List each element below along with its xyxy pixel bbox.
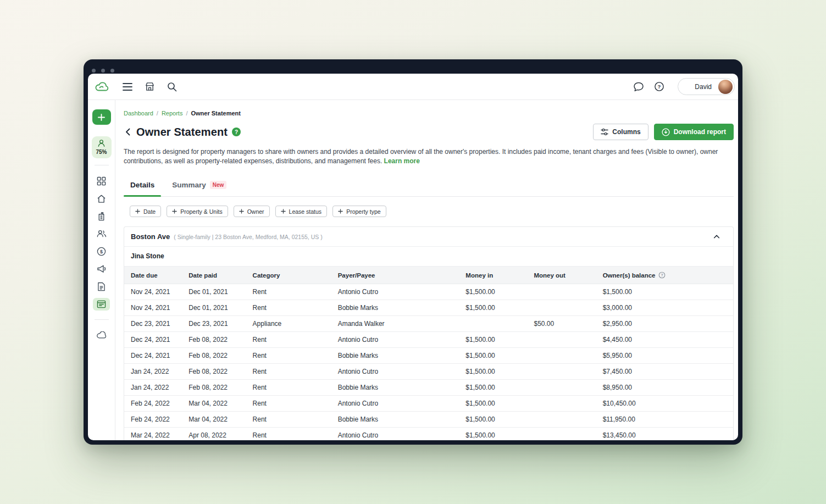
cell-money-in: $1,500.00 <box>459 332 527 348</box>
cell-owners-balance: $13,450.00 <box>596 428 733 441</box>
top-bar: ? David <box>88 74 738 100</box>
topbar-right-actions: ? David <box>633 78 738 95</box>
home-icon <box>97 194 106 203</box>
table-row[interactable]: Dec 23, 2021 Dec 23, 2021 Appliance Aman… <box>124 316 733 332</box>
breadcrumb-dashboard[interactable]: Dashboard <box>124 110 153 117</box>
window-dot[interactable] <box>101 69 105 73</box>
filter-chip[interactable]: Property type <box>332 206 386 217</box>
window-dot[interactable] <box>110 69 114 73</box>
sidebar-item-reports[interactable] <box>88 295 115 313</box>
tab-details-label: Details <box>130 181 154 189</box>
table-row[interactable]: Dec 24, 2021 Feb 08, 2022 Rent Antonio C… <box>124 332 733 348</box>
breadcrumb-current: Owner Statement <box>191 110 240 117</box>
sidebar-item-people[interactable] <box>88 225 115 242</box>
app-logo[interactable] <box>88 81 115 92</box>
filter-chip[interactable]: Owner <box>234 206 270 217</box>
breadcrumb-separator: / <box>157 110 158 117</box>
balance-help-icon[interactable]: ? <box>658 272 666 279</box>
tab-details[interactable]: Details <box>124 176 161 196</box>
col-owners-balance: Owner(s) balance ? <box>596 267 733 284</box>
plus-icon <box>135 209 140 214</box>
sliders-icon <box>601 129 608 135</box>
cell-date-paid: Apr 08, 2022 <box>182 428 246 441</box>
filter-chip-label: Lease status <box>289 208 322 215</box>
chat-bubble-icon[interactable] <box>633 81 644 92</box>
window-controls[interactable] <box>92 69 114 73</box>
topbar-left-actions <box>123 81 177 92</box>
cell-money-out <box>527 284 596 300</box>
col-owners-balance-label: Owner(s) balance <box>603 272 656 279</box>
filter-chip-label: Property type <box>346 208 380 215</box>
svg-text:$: $ <box>100 248 103 254</box>
cell-date-due: Dec 23, 2021 <box>124 316 182 332</box>
sidebar-item-communications[interactable] <box>88 260 115 278</box>
back-chevron-icon[interactable] <box>124 128 132 136</box>
sidebar-item-files[interactable] <box>88 278 115 295</box>
table-row[interactable]: Nov 24, 2021 Dec 01, 2021 Rent Antonio C… <box>124 284 733 300</box>
tab-summary[interactable]: Summary New <box>165 176 233 196</box>
breadcrumb-reports[interactable]: Reports <box>162 110 183 117</box>
owner-name: Jina Stone <box>124 246 733 266</box>
search-icon[interactable] <box>167 82 177 92</box>
page-header: Owner Statement ? Columns <box>124 124 734 140</box>
table-row[interactable]: Nov 24, 2021 Dec 01, 2021 Rent Bobbie Ma… <box>124 300 733 316</box>
filter-chip-row: Date Property & Units <box>130 206 734 217</box>
help-icon[interactable]: ? <box>654 81 664 92</box>
chevron-up-icon[interactable] <box>713 233 727 241</box>
cell-category: Rent <box>246 348 331 364</box>
cell-date-due: Dec 24, 2021 <box>124 332 182 348</box>
filter-chip[interactable]: Date <box>130 206 161 217</box>
add-new-button[interactable] <box>92 109 111 125</box>
col-date-due: Date due <box>124 267 182 284</box>
hamburger-menu-icon[interactable] <box>123 83 132 91</box>
download-report-button[interactable]: Download report <box>654 124 734 140</box>
tab-summary-label: Summary <box>172 181 206 189</box>
table-row[interactable]: Feb 24, 2022 Mar 04, 2022 Rent Bobbie Ma… <box>124 412 733 428</box>
cloud-icon <box>97 331 107 339</box>
sidebar-item-rentals[interactable] <box>88 190 115 207</box>
cell-money-out <box>527 428 596 441</box>
cell-money-in <box>459 316 527 332</box>
table-row[interactable]: Jan 24, 2022 Feb 08, 2022 Rent Antonio C… <box>124 364 733 380</box>
browser-window: ? David 75% <box>84 59 742 445</box>
property-accordion-header[interactable]: Boston Ave ( Single-family | 23 Boston A… <box>124 227 733 246</box>
filter-chip-label: Date <box>143 208 156 215</box>
title-help-icon[interactable]: ? <box>232 128 241 136</box>
learn-more-link[interactable]: Learn more <box>384 157 420 165</box>
plus-icon <box>98 114 105 121</box>
user-menu[interactable]: David <box>678 78 735 95</box>
cell-owners-balance: $11,950.00 <box>596 412 733 428</box>
storefront-icon[interactable] <box>145 81 155 92</box>
window-dot[interactable] <box>92 69 96 73</box>
sidebar-item-associations[interactable] <box>88 207 115 225</box>
col-payer-payee: Payer/Payee <box>331 267 459 284</box>
plus-icon <box>281 209 286 214</box>
cell-date-paid: Feb 08, 2022 <box>182 364 246 380</box>
app-frame: ? David 75% <box>88 74 738 440</box>
download-circle-icon <box>662 128 670 136</box>
cell-category: Rent <box>246 396 331 412</box>
sidebar-item-dashboard[interactable] <box>88 172 115 190</box>
plus-icon <box>172 209 177 214</box>
grid-icon <box>97 176 106 186</box>
cell-date-due: Nov 24, 2021 <box>124 300 182 316</box>
sidebar-item-cloud[interactable] <box>88 326 115 344</box>
filter-chip[interactable]: Lease status <box>275 206 328 217</box>
cell-date-paid: Dec 01, 2021 <box>182 284 246 300</box>
filter-chip-label: Owner <box>247 208 264 215</box>
cell-payer-payee: Bobbie Marks <box>331 348 459 364</box>
occupancy-widget[interactable]: 75% <box>92 136 112 158</box>
cell-date-paid: Feb 08, 2022 <box>182 332 246 348</box>
cell-date-due: Mar 24, 2022 <box>124 428 182 441</box>
filter-chip[interactable]: Property & Units <box>167 206 228 217</box>
table-row[interactable]: Feb 24, 2022 Mar 04, 2022 Rent Antonio C… <box>124 396 733 412</box>
cell-money-in: $1,500.00 <box>459 300 527 316</box>
table-row[interactable]: Mar 24, 2022 Apr 08, 2022 Rent Antonio C… <box>124 428 733 441</box>
cell-money-out <box>527 348 596 364</box>
columns-button[interactable]: Columns <box>593 124 648 140</box>
table-row[interactable]: Dec 24, 2021 Feb 08, 2022 Rent Bobbie Ma… <box>124 348 733 364</box>
cell-date-due: Dec 24, 2021 <box>124 348 182 364</box>
sidebar-item-accounting[interactable]: $ <box>88 242 115 260</box>
cell-owners-balance: $10,450.00 <box>596 396 733 412</box>
table-row[interactable]: Jan 24, 2022 Feb 08, 2022 Rent Bobbie Ma… <box>124 380 733 396</box>
